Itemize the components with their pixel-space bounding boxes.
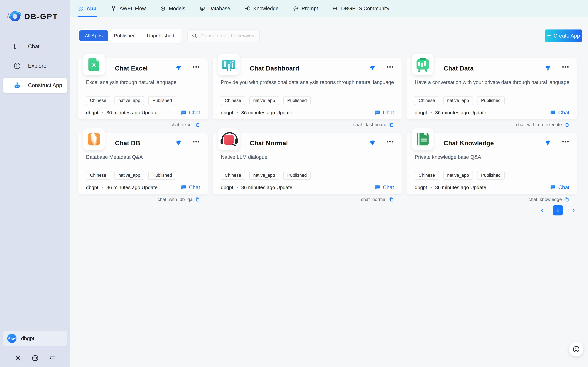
chat-button[interactable]: Chat xyxy=(550,109,569,116)
card-author: dbgpt xyxy=(86,185,98,190)
community-grid-icon xyxy=(332,6,338,12)
user-profile[interactable]: dbgpt dbgpt xyxy=(3,331,67,346)
sidebar-item-construct-app[interactable]: Construct App xyxy=(3,78,67,93)
copy-icon[interactable] xyxy=(389,197,394,202)
tab-prompt[interactable]: Prompt xyxy=(293,0,318,17)
app-code: chat_knowledge xyxy=(529,197,562,202)
theme-sun-icon[interactable] xyxy=(14,354,22,362)
more-options-icon[interactable]: ••• xyxy=(193,141,200,146)
app-card-chat-normal[interactable]: Chat Normal ••• Native LLM dialogue Chin… xyxy=(213,133,402,194)
card-tags: Chinese native_app Published xyxy=(221,96,394,105)
card-tags: Chinese native_app Published xyxy=(415,171,569,180)
copy-icon[interactable] xyxy=(564,122,569,127)
card-tags: Chinese native_app Published xyxy=(221,171,394,180)
chat-button[interactable]: Chat xyxy=(374,109,394,116)
dingtalk-share-icon[interactable] xyxy=(369,65,376,72)
card-author: dbgpt xyxy=(415,110,427,116)
chat-label: Chat xyxy=(189,109,200,116)
apps-grid: Chat Excel ••• Excel analysis through na… xyxy=(78,58,577,194)
sidebar-item-chat[interactable]: Chat xyxy=(3,39,67,54)
tag: native_app xyxy=(115,96,144,105)
app-card-chat-excel[interactable]: Chat Excel ••• Excel analysis through na… xyxy=(78,58,208,120)
card-author: dbgpt xyxy=(86,110,98,116)
create-app-button[interactable]: + Create App xyxy=(545,29,582,42)
more-options-icon[interactable]: ••• xyxy=(562,141,569,146)
excel-file-icon xyxy=(88,58,99,71)
sidebar-item-explore[interactable]: Explore xyxy=(3,58,67,74)
tag: Chinese xyxy=(415,171,439,180)
card-description: Excel analysis through natural language xyxy=(86,79,200,86)
tab-knowledge[interactable]: Knowledge xyxy=(244,0,279,17)
filter-all-apps[interactable]: All Apps xyxy=(79,30,108,41)
app-icon-tile xyxy=(412,128,433,150)
dingtalk-share-icon[interactable] xyxy=(175,65,182,72)
tag: native_app xyxy=(115,171,144,180)
card-meta: dbgpt • 36 minutes ago Update Chat xyxy=(86,109,200,116)
sidebar-tools xyxy=(3,354,67,362)
app-icon-tile xyxy=(83,54,105,75)
card-author: dbgpt xyxy=(415,185,427,190)
comment-icon xyxy=(293,6,299,12)
app-icon-tile xyxy=(412,54,433,75)
feedback-smiley-button[interactable] xyxy=(569,342,583,357)
card-title: Chat DB xyxy=(115,140,140,147)
dingtalk-share-icon[interactable] xyxy=(175,140,182,146)
more-options-icon[interactable]: ••• xyxy=(387,141,394,146)
filter-unpublished[interactable]: Unpublished xyxy=(141,30,180,41)
app-card-chat-knowledge[interactable]: Chat Knowledge ••• Private knowledge bas… xyxy=(406,133,577,194)
filter-published[interactable]: Published xyxy=(108,30,141,41)
app-icon-tile xyxy=(83,128,105,150)
tag: Chinese xyxy=(221,96,245,105)
next-page-icon[interactable] xyxy=(570,207,577,214)
card-meta: dbgpt • 36 minutes ago Update Chat xyxy=(221,109,394,116)
tag: Chinese xyxy=(86,171,110,180)
copy-icon[interactable] xyxy=(195,197,200,202)
prev-page-icon[interactable] xyxy=(538,207,546,214)
copy-icon[interactable] xyxy=(564,197,569,202)
search-box xyxy=(187,29,260,42)
dingtalk-share-icon[interactable] xyxy=(545,65,551,72)
dingtalk-share-icon[interactable] xyxy=(545,140,551,146)
chat-button[interactable]: Chat xyxy=(550,184,569,191)
chat-label: Chat xyxy=(558,184,569,191)
copy-icon[interactable] xyxy=(389,122,394,127)
chat-button[interactable]: Chat xyxy=(180,109,200,116)
more-options-icon[interactable]: ••• xyxy=(562,66,569,71)
apps-toolbar: All Apps Published Unpublished + Create … xyxy=(78,29,582,43)
copy-icon[interactable] xyxy=(195,122,200,127)
user-name: dbgpt xyxy=(21,335,34,342)
tab-dbgpts-community[interactable]: DBGPTS Community xyxy=(332,0,389,17)
dingtalk-share-icon[interactable] xyxy=(369,140,376,146)
card-footer: chat_excel xyxy=(86,120,200,130)
tag: native_app xyxy=(249,96,279,105)
tab-models[interactable]: Models xyxy=(160,0,185,17)
card-footer: chat_with_db_execute xyxy=(415,120,569,130)
card-updated: 36 minutes ago Update xyxy=(435,110,486,116)
collapse-sidebar-icon[interactable] xyxy=(48,354,57,362)
app-card-chat-db[interactable]: Chat DB ••• Database Metadata Q&A Chines… xyxy=(78,133,208,194)
tab-awel-flow[interactable]: AWEL Flow xyxy=(110,0,146,17)
chat-button[interactable]: Chat xyxy=(374,184,394,191)
language-globe-icon[interactable] xyxy=(31,354,39,362)
card-meta: dbgpt • 36 minutes ago Update Chat xyxy=(415,109,569,116)
sidebar-item-label: Construct App xyxy=(28,82,62,88)
chat-button[interactable]: Chat xyxy=(180,184,200,191)
more-options-icon[interactable]: ••• xyxy=(193,66,200,71)
app-card-chat-dashboard[interactable]: Chat Dashboard ••• Provide you with prof… xyxy=(213,58,402,120)
chat-label: Chat xyxy=(383,184,394,191)
app-icon-tile xyxy=(218,128,240,150)
card-meta: dbgpt • 36 minutes ago Update Chat xyxy=(221,184,394,191)
search-input[interactable] xyxy=(200,33,255,39)
top-navigation: App AWEL Flow Models xyxy=(70,0,588,17)
pagination: 1 xyxy=(70,205,577,216)
dbgpt-planet-logo-icon xyxy=(8,10,21,22)
data-board-icon xyxy=(416,59,429,69)
tab-label: Database xyxy=(208,6,230,12)
card-title: Chat Data xyxy=(444,65,474,72)
app-card-chat-data[interactable]: Chat Data ••• Have a conversation with y… xyxy=(406,58,577,120)
tab-app[interactable]: App xyxy=(78,0,96,17)
page-number-button[interactable]: 1 xyxy=(553,205,563,216)
tab-database[interactable]: Database xyxy=(199,0,230,17)
chat-label: Chat xyxy=(189,184,200,191)
more-options-icon[interactable]: ••• xyxy=(387,66,394,71)
